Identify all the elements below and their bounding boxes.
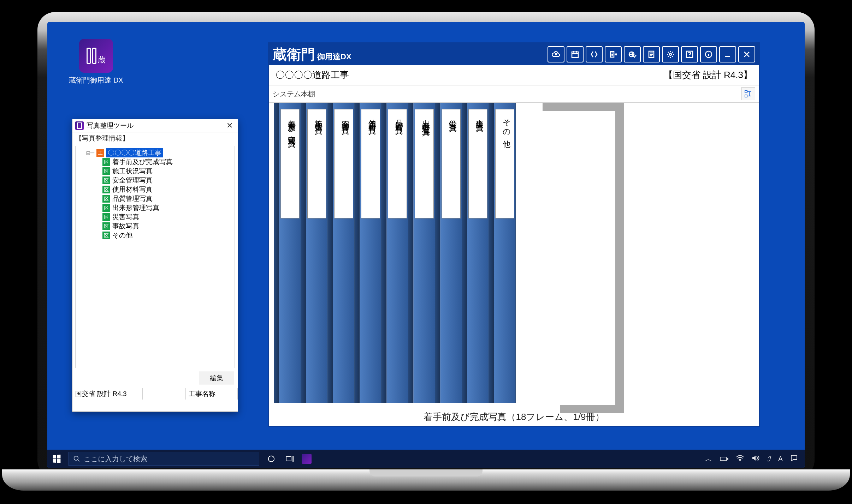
folder-leaf-icon: 区 (102, 186, 110, 193)
bookshelf: 着手前及び完成写真 施工状況写真 安全管理写真 使用材料写真 品質管理写真 出来… (274, 103, 543, 403)
kuraemon-logo-text: 蔵衛門御用達DX (273, 45, 351, 64)
tree-item[interactable]: 区施工状況写真 (78, 167, 232, 176)
svg-rect-0 (572, 52, 578, 58)
wifi-icon[interactable] (736, 455, 744, 463)
calendar-icon[interactable] (567, 46, 584, 62)
laptop-notch (369, 469, 483, 476)
photo-tool-titlebar[interactable]: 写真整理ツール ✕ (72, 119, 238, 132)
folder-leaf-icon: 区 (102, 213, 110, 221)
tree-item[interactable]: 区安全管理写真 (78, 176, 232, 185)
svg-point-4 (669, 53, 671, 55)
svg-rect-12 (720, 457, 727, 461)
folder-leaf-icon: 区 (102, 158, 110, 166)
laptop-base (2, 469, 850, 491)
book-album[interactable]: 使用材料写真 (355, 103, 381, 403)
folder-leaf-icon: 区 (102, 167, 110, 175)
building-export-icon[interactable] (605, 46, 622, 62)
status-project-label: 工事名称 (186, 388, 238, 400)
svg-rect-11 (286, 457, 291, 461)
photo-tool-section-label: 【写真整理情報】 (72, 132, 238, 144)
globe-check-icon[interactable] (624, 46, 641, 62)
taskbar-app-kuraemon[interactable] (302, 454, 312, 464)
system-tray[interactable]: ︿ ℐ A (705, 454, 805, 464)
svg-rect-13 (727, 458, 728, 460)
input-mode-icon[interactable]: A (778, 455, 783, 463)
tree-root-label: 〇〇〇〇道路工事 (106, 148, 163, 157)
svg-point-14 (740, 460, 740, 461)
ime-icon[interactable]: ℐ (767, 455, 770, 463)
tree-root[interactable]: ⊟─ 工 〇〇〇〇道路工事 (78, 148, 232, 157)
kuraemon-main-window: 蔵衛門御用達DX (268, 42, 760, 427)
shelf-caption: 着手前及び完成写真（18フレーム、1/9冊） (269, 411, 759, 423)
shelf-title: システム本棚 (273, 89, 315, 99)
start-button[interactable] (47, 450, 66, 468)
cortana-icon[interactable] (265, 452, 278, 465)
windows-taskbar: ここに入力して検索 ︿ ℐ A (47, 450, 805, 468)
help-icon[interactable] (681, 46, 698, 62)
edit-button[interactable]: 編集 (199, 372, 234, 384)
battery-icon[interactable] (720, 455, 728, 463)
kuraemon-logo-icon: 蔵 (87, 48, 106, 64)
bookshelf-area: 着手前及び完成写真 施工状況写真 安全管理写真 使用材料写真 品質管理写真 出来… (269, 103, 759, 426)
photo-tree[interactable]: ⊟─ 工 〇〇〇〇道路工事 区着手前及び完成写真 区施工状況写真 区安全管理写真… (75, 146, 235, 368)
tree-item[interactable]: 区着手前及び完成写真 (78, 157, 232, 167)
book-album[interactable]: 着手前及び完成写真 (274, 103, 301, 403)
tree-item[interactable]: 区災害写真 (78, 212, 232, 222)
swap-icon[interactable] (586, 46, 603, 62)
photo-tool-statusbar: 国交省 設計 R4.3 工事名称 (72, 388, 238, 400)
book-album[interactable]: 災害写真 (435, 103, 462, 403)
notifications-icon[interactable] (791, 455, 798, 463)
tree-view-toggle-icon[interactable] (741, 88, 755, 100)
svg-rect-7 (745, 91, 747, 93)
svg-point-9 (74, 456, 78, 461)
laptop-frame: 蔵 蔵衛門御用達 DX 写真整理ツール ✕ 【写真整理情報】 ⊟─ 工 〇 (37, 12, 815, 478)
minimize-icon[interactable] (719, 46, 736, 62)
folder-leaf-icon: 区 (102, 195, 110, 203)
book-album[interactable]: 品質管理写真 (381, 103, 408, 403)
windows-desktop: 蔵 蔵衛門御用達 DX 写真整理ツール ✕ 【写真整理情報】 ⊟─ 工 〇 (47, 22, 805, 468)
spec-label: 【国交省 設計 R4.3】 (664, 69, 752, 81)
tree-item[interactable]: 区出来形管理写真 (78, 203, 232, 212)
shelf-bracket-icon (543, 103, 624, 413)
close-icon[interactable]: ✕ (224, 121, 235, 130)
photo-tool-window: 写真整理ツール ✕ 【写真整理情報】 ⊟─ 工 〇〇〇〇道路工事 区着手前及び完… (72, 119, 238, 412)
app-mini-icon (75, 121, 84, 130)
gear-icon[interactable] (662, 46, 679, 62)
book-album[interactable]: 安全管理写真 (328, 103, 355, 403)
svg-rect-8 (745, 95, 747, 97)
status-spec: 国交省 設計 R4.3 (72, 388, 143, 400)
svg-point-10 (268, 456, 274, 462)
folder-leaf-icon: 区 (102, 222, 110, 230)
task-view-icon[interactable] (283, 452, 296, 465)
book-album[interactable]: 事故写真 (462, 103, 489, 403)
folder-leaf-icon: 区 (102, 176, 110, 184)
book-album[interactable]: 出来形管理写真 (408, 103, 435, 403)
laptop-bezel: 蔵 蔵衛門御用達 DX 写真整理ツール ✕ 【写真整理情報】 ⊟─ 工 〇 (37, 12, 815, 478)
desktop-shortcut-kuraemon[interactable]: 蔵 蔵衛門御用達 DX (68, 39, 124, 85)
folder-leaf-icon: 区 (102, 204, 110, 212)
photo-tool-title-text: 写真整理ツール (87, 121, 134, 130)
report-icon[interactable] (643, 46, 660, 62)
tree-item[interactable]: 区使用材料写真 (78, 185, 232, 194)
project-title: 〇〇〇〇道路工事 (276, 69, 349, 81)
search-icon (73, 455, 80, 462)
cloud-upload-icon[interactable] (548, 46, 564, 62)
info-icon[interactable] (700, 46, 717, 62)
tree-item[interactable]: 区事故写真 (78, 222, 232, 231)
book-album[interactable]: 施工状況写真 (301, 103, 328, 403)
book-album[interactable]: その他 (489, 103, 516, 403)
folder-leaf-icon: 区 (102, 232, 110, 239)
desktop-shortcut-label: 蔵衛門御用達 DX (68, 76, 124, 85)
close-icon[interactable] (738, 46, 755, 62)
search-placeholder: ここに入力して検索 (84, 454, 147, 464)
chevron-up-icon[interactable]: ︿ (705, 454, 712, 464)
app-tile-icon: 蔵 (79, 39, 113, 73)
volume-icon[interactable] (752, 455, 759, 463)
status-empty (143, 388, 185, 400)
folder-root-icon: 工 (96, 149, 104, 157)
tree-item[interactable]: 区その他 (78, 231, 232, 240)
kuraemon-titlebar[interactable]: 蔵衛門御用達DX (269, 43, 759, 65)
windows-logo-icon (53, 455, 61, 463)
taskbar-search[interactable]: ここに入力して検索 (69, 452, 259, 466)
tree-item[interactable]: 区品質管理写真 (78, 194, 232, 203)
